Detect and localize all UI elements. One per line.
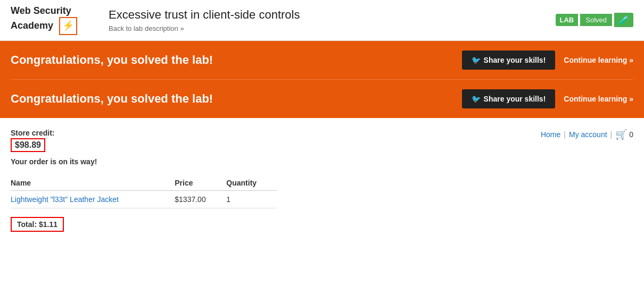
share-skills-button-1[interactable]: 🐦 Share your skills! [462, 51, 556, 70]
lab-badge: LAB [556, 14, 579, 26]
success-banner: Congratulations, you solved the lab! 🐦 S… [0, 41, 644, 118]
total-value: $1.11 [39, 220, 57, 229]
col-header-name: Name [11, 177, 175, 191]
banner-actions-2: 🐦 Share your skills! Continue learning » [462, 89, 633, 108]
nav-links: Home | My account | 🛒 0 [541, 129, 633, 140]
logo-line1: Web Security [11, 5, 71, 16]
twitter-icon-1: 🐦 [472, 56, 481, 64]
twitter-icon-2: 🐦 [472, 95, 481, 103]
col-header-price: Price [175, 177, 226, 191]
page-header: Web Security Academy ⚡ Excessive trust i… [0, 0, 644, 41]
share-skills-button-2[interactable]: 🐦 Share your skills! [462, 89, 556, 108]
cart-count: 0 [629, 130, 633, 139]
banner-actions-1: 🐦 Share your skills! Continue learning » [462, 51, 633, 70]
total-box: Total: $1.11 [11, 217, 64, 232]
product-name-cell[interactable]: Lightweight "l33t" Leather Jacket [11, 190, 175, 208]
solved-badge: Solved [580, 14, 612, 26]
col-header-quantity: Quantity [226, 177, 277, 191]
table-row: Lightweight "l33t" Leather Jacket$1337.0… [11, 190, 277, 208]
table-header-row: Name Price Quantity [11, 177, 277, 191]
continue-learning-link-2[interactable]: Continue learning » [564, 95, 633, 103]
cart-icon: 🛒 [615, 129, 627, 140]
banner-message-2: Congratulations, you solved the lab! [11, 92, 213, 106]
logo-line2: Academy [11, 20, 53, 31]
total-label: Total: [17, 220, 37, 229]
logo-text-block: Web Security Academy ⚡ [11, 5, 77, 35]
main-content: Store credit: $98.89 Home | My account |… [0, 118, 644, 248]
price-cell: $1337.00 [175, 190, 226, 208]
store-credit-value: $98.89 [11, 138, 45, 152]
top-row: Store credit: $98.89 Home | My account |… [11, 129, 633, 152]
back-to-lab-link[interactable]: Back to lab description » [109, 24, 184, 32]
nav-sep-2: | [610, 130, 613, 139]
logo-area: Web Security Academy ⚡ [11, 5, 96, 35]
continue-learning-link-1[interactable]: Continue learning » [564, 56, 633, 64]
cart-area[interactable]: 🛒 0 [615, 129, 633, 140]
header-right: LAB Solved 🧪 [556, 13, 633, 27]
lab-title: Excessive trust in client-side controls [109, 8, 556, 22]
home-link[interactable]: Home [541, 130, 560, 139]
store-credit-block: Store credit: $98.89 [11, 129, 54, 152]
flask-icon[interactable]: 🧪 [614, 13, 633, 27]
my-account-link[interactable]: My account [569, 130, 607, 139]
banner-row-2: Congratulations, you solved the lab! 🐦 S… [11, 80, 633, 118]
nav-sep-1: | [564, 130, 566, 139]
logo-icon: ⚡ [59, 17, 77, 35]
store-credit-label: Store credit: [11, 129, 54, 137]
share-label-2: Share your skills! [484, 95, 546, 103]
banner-message-1: Congratulations, you solved the lab! [11, 53, 213, 67]
share-label-1: Share your skills! [484, 56, 546, 64]
quantity-cell: 1 [226, 190, 277, 208]
order-message: Your order is on its way! [11, 157, 633, 166]
header-center: Excessive trust in client-side controls … [109, 8, 556, 32]
banner-row-1: Congratulations, you solved the lab! 🐦 S… [11, 41, 633, 80]
order-table: Name Price Quantity Lightweight "l33t" L… [11, 177, 277, 208]
